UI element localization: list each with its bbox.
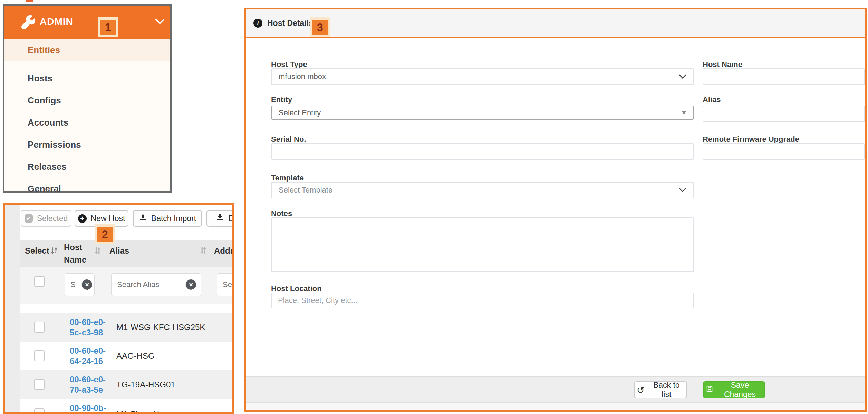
remote-firmware-upgrade-label: Remote Firmware Upgrade xyxy=(703,135,799,144)
row-checkbox[interactable] xyxy=(34,322,45,333)
host-name-link[interactable]: 00-60-e0-70-a3-5e xyxy=(70,370,108,399)
footer-strip xyxy=(246,402,865,410)
serial-no-input[interactable] xyxy=(271,143,694,160)
chevron-down-icon[interactable] xyxy=(155,19,164,26)
sidebar-item-hosts[interactable]: Hosts xyxy=(4,67,170,89)
table-row: 00-60-e0-64-24-16 AAG-HSG xyxy=(20,342,232,370)
annotation-badge-3: 3 xyxy=(310,17,330,37)
details-footer: ↺ Back to list Save Changes xyxy=(246,376,865,402)
host-name-link[interactable]: 00-60-e0-64-24-16 xyxy=(70,342,108,370)
host-name-input[interactable] xyxy=(703,68,865,85)
clear-filter-icon[interactable]: × xyxy=(81,279,92,290)
alias-input[interactable] xyxy=(703,106,865,122)
wrench-icon xyxy=(21,15,35,29)
save-changes-label: Save Changes xyxy=(717,381,762,399)
host-list-panel: ✔ Selected + New Host Batch Import Exp 2… xyxy=(3,203,234,414)
alias-label: Alias xyxy=(703,95,721,104)
address-filter-input[interactable] xyxy=(217,274,234,296)
entity-select[interactable]: Select Entity xyxy=(271,106,694,120)
checkbox-checked-icon: ✔ xyxy=(25,214,33,223)
row-checkbox[interactable] xyxy=(34,350,45,361)
sidebar-item-general[interactable]: General xyxy=(4,178,170,200)
sidebar-item-label: Releases xyxy=(28,161,67,172)
table-row: 00-60-e0-70-a3-5e TG-19A-HSG01 xyxy=(20,370,232,399)
plus-circle-icon: + xyxy=(78,214,87,223)
row-checkbox[interactable] xyxy=(34,379,45,390)
back-to-list-button[interactable]: ↺ Back to list xyxy=(634,381,687,398)
alias-cell: M1-WSG-KFC-HSG25K xyxy=(116,313,230,342)
admin-sidebar-header[interactable]: ADMIN 1 xyxy=(4,6,170,39)
info-icon: i xyxy=(253,19,262,28)
tab-host-details[interactable]: i Host Details xyxy=(253,9,313,37)
template-select[interactable]: Select Template xyxy=(271,182,694,198)
sort-updown-icon[interactable] xyxy=(93,246,102,257)
entity-label: Entity xyxy=(271,95,292,104)
address-filter-group xyxy=(217,273,234,296)
annotation-badge-2: 2 xyxy=(95,224,115,244)
tab-bar: i Host Details 3 xyxy=(246,9,865,38)
admin-sidebar: ADMIN 1 Entities Hosts Configs Accounts … xyxy=(3,4,172,193)
notes-textarea[interactable] xyxy=(271,217,694,272)
table-row: 00-60-e0-5c-c3-98 M1-WSG-KFC-HSG25K xyxy=(20,313,232,342)
clear-filter-icon[interactable]: × xyxy=(185,279,196,290)
entity-placeholder: Select Entity xyxy=(279,108,321,117)
alias-filter-input[interactable] xyxy=(112,274,181,296)
host-location-input[interactable] xyxy=(271,293,694,308)
table-row: 00-90-0b- M1 Shaw House xyxy=(20,399,232,414)
upload-icon xyxy=(139,213,147,224)
new-host-button-label: New Host xyxy=(91,214,125,223)
list-gutter xyxy=(5,205,20,412)
sidebar-item-entities[interactable]: Entities xyxy=(4,39,170,61)
chevron-down-icon xyxy=(679,186,686,195)
sidebar-title: ADMIN xyxy=(40,16,73,27)
host-type-select[interactable]: mfusion mbox xyxy=(271,68,694,85)
host-type-label: Host Type xyxy=(271,60,307,69)
selected-button[interactable]: ✔ Selected xyxy=(21,210,71,227)
alias-cell: AAG-HSG xyxy=(116,342,230,370)
sidebar-item-accounts[interactable]: Accounts xyxy=(4,111,170,134)
host-name-link[interactable]: 00-90-0b- xyxy=(70,399,108,414)
sidebar-item-configs[interactable]: Configs xyxy=(4,89,170,111)
undo-icon: ↺ xyxy=(637,385,645,395)
remote-firmware-upgrade-input[interactable] xyxy=(703,143,865,160)
sort-updown-icon[interactable] xyxy=(199,246,208,257)
save-changes-button[interactable]: Save Changes xyxy=(703,381,765,398)
column-header-host-name[interactable]: Host Name xyxy=(64,241,97,266)
chevron-down-icon xyxy=(679,72,686,81)
annotation-fragment xyxy=(26,0,33,2)
batch-import-button-label: Batch Import xyxy=(151,214,196,223)
back-to-list-label: Back to list xyxy=(649,381,684,399)
host-name-filter-group: × xyxy=(65,273,95,296)
host-name-label: Host Name xyxy=(703,60,742,69)
host-name-link[interactable]: 00-60-e0-5c-c3-98 xyxy=(70,313,108,342)
selected-button-label: Selected xyxy=(37,214,68,223)
column-header-select[interactable]: Select xyxy=(25,246,49,256)
host-name-filter-input[interactable] xyxy=(65,274,81,296)
floppy-disk-icon xyxy=(706,385,713,395)
row-checkbox[interactable] xyxy=(34,408,45,414)
caret-down-icon xyxy=(682,111,686,114)
template-label: Template xyxy=(271,174,304,183)
sidebar-item-label: Entities xyxy=(28,45,60,56)
batch-import-button[interactable]: Batch Import xyxy=(133,210,202,227)
column-header-alias[interactable]: Alias xyxy=(109,246,129,256)
host-type-value: mfusion mbox xyxy=(279,72,326,81)
sidebar-item-label: Hosts xyxy=(28,73,52,84)
notes-label: Notes xyxy=(271,209,292,218)
serial-no-label: Serial No. xyxy=(271,135,306,144)
export-button[interactable]: Exp xyxy=(206,210,234,227)
tab-label: Host Details xyxy=(267,19,313,28)
alias-filter-group: × xyxy=(111,273,201,296)
sidebar-item-releases[interactable]: Releases xyxy=(4,156,170,178)
sidebar-item-label: Permissions xyxy=(28,139,81,150)
annotation-badge-1: 1 xyxy=(98,17,118,37)
alias-cell: M1 Shaw House xyxy=(116,399,230,414)
column-header-address[interactable]: Addre xyxy=(214,246,234,256)
alias-cell: TG-19A-HSG01 xyxy=(116,370,230,399)
sidebar-item-permissions[interactable]: Permissions xyxy=(4,134,170,156)
template-placeholder: Select Template xyxy=(279,186,332,195)
host-location-label: Host Location xyxy=(271,284,322,293)
sort-amount-icon[interactable] xyxy=(49,246,58,257)
sidebar-item-label: Configs xyxy=(28,95,61,106)
select-all-checkbox[interactable] xyxy=(34,276,45,287)
